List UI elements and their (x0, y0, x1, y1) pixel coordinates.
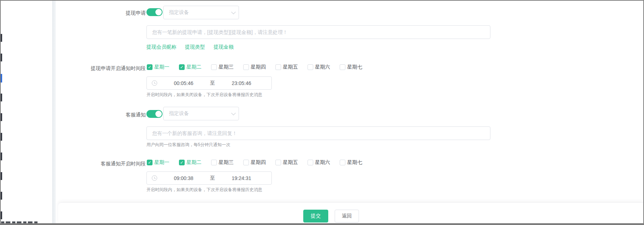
day-label: 星期三 (219, 64, 234, 70)
service-hint: 用户向同一位客服咨询，每5分钟只通知一次 (146, 142, 230, 148)
day-checkbox-item[interactable]: 星期七 (340, 64, 362, 70)
withdraw-message-input[interactable] (146, 25, 490, 39)
withdraw-schedule-label: 提现申请开启通知时间段 (58, 65, 146, 72)
service-schedule-label: 客服通知开启时间段 (58, 160, 146, 167)
day-label: 星期一 (154, 159, 169, 166)
service-time-range[interactable]: 09:00:38 至 19:24:31 (146, 171, 272, 185)
checkbox-icon[interactable] (211, 64, 217, 70)
day-label: 星期四 (251, 64, 266, 70)
chevron-down-icon (231, 111, 236, 115)
service-label: 客服通知 (58, 111, 146, 118)
day-label: 星期五 (283, 159, 298, 166)
token-link[interactable]: 提现金额 (214, 44, 234, 50)
day-label: 星期六 (315, 159, 330, 166)
day-checkbox-item[interactable]: 星期七 (340, 159, 362, 166)
toggle-knob (155, 111, 162, 117)
checkbox-icon[interactable] (243, 160, 249, 165)
start-time-value[interactable]: 09:00:38 (157, 175, 210, 181)
select-placeholder: 指定设备 (169, 110, 231, 117)
checkbox-icon[interactable] (340, 160, 345, 165)
service-schedule-hint: 开启时间段内，如果关闭设备，下次开启设备将播报历史消息 (146, 187, 262, 193)
day-label: 星期二 (186, 159, 201, 166)
day-label: 星期一 (154, 64, 169, 70)
day-checkbox-item[interactable]: 星期五 (275, 64, 298, 70)
day-checkbox-item[interactable]: 星期六 (308, 64, 330, 70)
token-link[interactable]: 提现类型 (185, 44, 205, 50)
day-checkbox-item[interactable]: 星期四 (243, 64, 266, 70)
settings-page: 提现申请 指定设备 提现会员昵称 提现类型 提现金额 提现申请开启通知时间段 ✓… (1, 1, 643, 223)
service-message-input[interactable] (146, 126, 490, 140)
day-label: 星期七 (347, 159, 362, 166)
clock-icon (152, 80, 157, 86)
back-button[interactable]: 返回 (335, 210, 359, 222)
day-checkbox-item[interactable]: ✓星期二 (179, 64, 201, 70)
footer-action-bar: 提交 返回 (58, 202, 643, 223)
end-time-value[interactable]: 19:24:31 (215, 175, 268, 181)
day-checkbox-item[interactable]: ✓星期一 (147, 64, 169, 70)
checkbox-icon[interactable] (211, 160, 217, 165)
withdraw-time-range[interactable]: 00:05:46 至 23:05:46 (146, 76, 272, 90)
service-device-select[interactable]: 指定设备 (163, 107, 239, 120)
day-checkbox-item[interactable]: ✓星期一 (147, 159, 169, 166)
withdraw-toggle[interactable] (146, 8, 163, 16)
day-label: 星期五 (283, 64, 298, 70)
day-label: 星期二 (186, 64, 201, 70)
withdraw-token-links: 提现会员昵称 提现类型 提现金额 (146, 44, 234, 50)
day-label: 星期四 (251, 159, 266, 166)
time-separator: 至 (210, 80, 215, 86)
checkbox-checked-icon[interactable]: ✓ (147, 160, 153, 165)
clipped-bottom-text-fragment (1, 221, 38, 223)
checkbox-icon[interactable] (275, 64, 281, 70)
day-checkbox-item[interactable]: 星期四 (243, 159, 266, 166)
service-toggle[interactable] (146, 110, 163, 118)
time-separator: 至 (210, 175, 215, 181)
select-placeholder: 指定设备 (169, 9, 231, 16)
day-label: 星期七 (347, 64, 362, 70)
day-checkbox-item[interactable]: 星期三 (211, 64, 234, 70)
withdraw-device-select[interactable]: 指定设备 (163, 6, 239, 19)
checkbox-icon[interactable] (308, 64, 313, 70)
service-day-row: ✓星期一✓星期二星期三星期四星期五星期六星期七 (147, 159, 362, 166)
submit-button[interactable]: 提交 (303, 210, 328, 222)
chevron-down-icon (231, 10, 236, 14)
window-frame: 提现申请 指定设备 提现会员昵称 提现类型 提现金额 提现申请开启通知时间段 ✓… (0, 0, 644, 225)
day-checkbox-item[interactable]: 星期五 (275, 159, 298, 166)
checkbox-icon[interactable] (243, 64, 249, 70)
checkbox-checked-icon[interactable]: ✓ (179, 64, 185, 70)
day-checkbox-item[interactable]: 星期六 (308, 159, 330, 166)
day-label: 星期六 (315, 64, 330, 70)
clock-icon (152, 175, 157, 181)
token-link[interactable]: 提现会员昵称 (146, 44, 176, 50)
withdraw-label: 提现申请 (58, 9, 146, 16)
sidebar-active-item-sliver (1, 74, 2, 82)
withdraw-day-row: ✓星期一✓星期二星期三星期四星期五星期六星期七 (147, 64, 362, 70)
toggle-knob (155, 9, 162, 15)
checkbox-icon[interactable] (275, 160, 281, 165)
day-checkbox-item[interactable]: ✓星期二 (179, 159, 201, 166)
withdraw-schedule-hint: 开启时间段内，如果关闭设备，下次开启设备将播报历史消息 (146, 92, 262, 98)
end-time-value[interactable]: 23:05:46 (215, 80, 268, 86)
day-checkbox-item[interactable]: 星期三 (211, 159, 234, 166)
day-label: 星期三 (219, 159, 234, 166)
panel-divider-strip (52, 1, 56, 223)
checkbox-checked-icon[interactable]: ✓ (147, 64, 153, 70)
checkbox-icon[interactable] (308, 160, 313, 165)
checkbox-icon[interactable] (340, 64, 345, 70)
start-time-value[interactable]: 00:05:46 (157, 80, 210, 86)
checkbox-checked-icon[interactable]: ✓ (179, 160, 185, 165)
